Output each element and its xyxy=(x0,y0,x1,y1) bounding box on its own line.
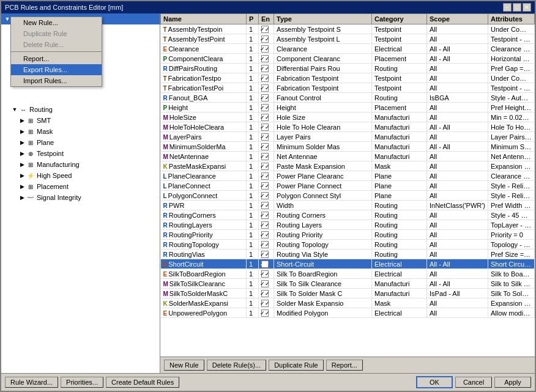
enable-checkbox[interactable]: ✓ xyxy=(261,75,269,82)
col-header-attrs[interactable]: Attributes xyxy=(488,14,535,24)
enable-checkbox[interactable]: ✓ xyxy=(261,212,269,219)
col-header-en[interactable]: En xyxy=(259,14,274,24)
new-rule-button[interactable]: New Rule xyxy=(164,360,204,371)
enable-checkbox[interactable]: ✓ xyxy=(261,261,269,268)
cancel-button[interactable]: Cancel xyxy=(455,377,492,388)
table-row[interactable]: KPasteMaskExpansi 1 ✓ Paste Mask Expansi… xyxy=(161,161,535,171)
tree-smt[interactable]: ▶ ⊞ SMT xyxy=(1,115,160,126)
enable-checkbox[interactable]: ✓ xyxy=(261,280,269,287)
menu-export-rules[interactable]: Export Rules... xyxy=(11,64,102,75)
enable-checkbox[interactable]: ✓ xyxy=(261,133,269,141)
tree-testpoint[interactable]: ▶ ⊕ Testpoint xyxy=(1,148,160,159)
enable-checkbox[interactable]: ✓ xyxy=(261,143,269,150)
enable-checkbox[interactable]: ✓ xyxy=(261,270,269,278)
apply-button[interactable]: Apply xyxy=(494,377,531,388)
enable-checkbox[interactable]: ✓ xyxy=(261,94,269,102)
enable-checkbox[interactable]: ✓ xyxy=(261,35,269,43)
enable-checkbox[interactable]: ✓ xyxy=(261,153,269,160)
enable-checkbox[interactable]: ✓ xyxy=(261,163,269,170)
col-header-type[interactable]: Type xyxy=(274,14,372,24)
rule-wizard-button[interactable]: Rule Wizard... xyxy=(5,377,58,388)
table-row[interactable]: RRoutingTopology 1 ✓ Routing Topology Ro… xyxy=(161,240,535,250)
expand-plane: ▶ xyxy=(18,139,26,146)
table-row[interactable]: MNetAntennae 1 ✓ Net Antennae Manufactur… xyxy=(161,152,535,161)
enable-checkbox[interactable]: ✓ xyxy=(261,231,269,239)
table-row[interactable]: RDiffPairsRouting 1 ✓ Differential Pairs… xyxy=(161,64,535,73)
enable-checkbox[interactable]: ✓ xyxy=(261,65,269,72)
table-row[interactable]: EShortCircuit 1 ✓ Short-Circuit Electric… xyxy=(161,259,535,269)
col-header-scope[interactable]: Scope xyxy=(427,14,488,24)
table-row[interactable]: TAssemblyTestPoint 1 ✓ Assembly Testpoin… xyxy=(161,34,535,44)
tree-routing[interactable]: ▼ ↔ Routing xyxy=(1,104,160,115)
enable-checkbox[interactable]: ✓ xyxy=(261,124,269,131)
enable-checkbox[interactable]: ✓ xyxy=(261,251,269,258)
table-row[interactable]: MSilkToSilkClearanc 1 ✓ Silk To Silk Cle… xyxy=(161,279,535,289)
table-row[interactable]: LPolygonConnect 1 ✓ Polygon Connect Styl… xyxy=(161,191,535,201)
table-row[interactable]: EUnpoweredPolygon 1 ✓ Modified Polygon E… xyxy=(161,308,535,318)
duplicate-rule-button[interactable]: Duplicate Rule xyxy=(269,360,324,371)
ok-button[interactable]: OK xyxy=(416,376,453,388)
close-button[interactable]: ✕ xyxy=(523,3,531,12)
table-row[interactable]: RRoutingVias 1 ✓ Routing Via Style Routi… xyxy=(161,250,535,259)
table-row[interactable]: RPWR 1 ✓ Width Routing InNetClass('PWR')… xyxy=(161,201,535,210)
tree-mask[interactable]: ▶ ⊞ Mask xyxy=(1,126,160,137)
table-row[interactable]: LPlaneClearance 1 ✓ Power Plane Clearanc… xyxy=(161,171,535,181)
enable-checkbox[interactable]: ✓ xyxy=(261,309,269,317)
table-row[interactable]: RRoutingCorners 1 ✓ Routing Corners Rout… xyxy=(161,210,535,220)
menu-report[interactable]: Report... xyxy=(11,53,102,64)
table-row[interactable]: KSolderMaskExpansi 1 ✓ Solder Mask Expan… xyxy=(161,298,535,308)
table-row[interactable]: LPlaneConnect 1 ✓ Power Plane Connect Pl… xyxy=(161,181,535,191)
cell-scope: All xyxy=(427,308,488,318)
priorities-button[interactable]: Priorities... xyxy=(61,377,103,388)
bottom-buttons-bar: New Rule Delete Rule(s)... Duplicate Rul… xyxy=(160,357,535,373)
tree-manufacturing[interactable]: ▶ ⊞ Manufacturing xyxy=(1,159,160,170)
table-row[interactable]: MHoleToHoleCleara 1 ✓ Hole To Hole Clear… xyxy=(161,122,535,132)
cell-p: 1 xyxy=(247,161,259,171)
enable-checkbox[interactable]: ✓ xyxy=(261,182,269,190)
table-row[interactable]: ESilkToBoardRegion 1 ✓ Silk To BoardRegi… xyxy=(161,269,535,279)
rules-table-container[interactable]: Name P En Type Category Scope Attributes… xyxy=(160,13,535,357)
table-row[interactable]: MLayerPairs 1 ✓ Layer Pairs Manufacturi … xyxy=(161,132,535,142)
report-button[interactable]: Report... xyxy=(326,360,363,371)
enable-checkbox[interactable]: ✓ xyxy=(261,241,269,248)
table-row[interactable]: TAssemblyTestpoin 1 ✓ Assembly Testpoint… xyxy=(161,24,535,34)
col-header-category[interactable]: Category xyxy=(372,14,427,24)
enable-checkbox[interactable]: ✓ xyxy=(261,104,269,111)
col-header-name[interactable]: Name xyxy=(161,14,247,24)
menu-new-rule[interactable]: New Rule... xyxy=(11,17,102,28)
table-row[interactable]: EClearance 1 ✓ Clearance Electrical All … xyxy=(161,44,535,54)
tree-highspeed[interactable]: ▶ ⚡ High Speed xyxy=(1,170,160,181)
enable-checkbox[interactable]: ✓ xyxy=(261,55,269,62)
enable-checkbox[interactable]: ✓ xyxy=(261,26,269,33)
table-row[interactable]: RRoutingLayers 1 ✓ Routing Layers Routin… xyxy=(161,220,535,230)
enable-checkbox[interactable]: ✓ xyxy=(261,172,269,180)
table-row[interactable]: RRoutingPriority 1 ✓ Routing Priority Ro… xyxy=(161,230,535,240)
cell-attrs: Net Antennae Toleran xyxy=(488,152,535,161)
delete-rules-button[interactable]: Delete Rule(s)... xyxy=(207,360,266,371)
table-row[interactable]: TFabricationTestpo 1 ✓ Fabrication Testp… xyxy=(161,73,535,83)
enable-checkbox[interactable]: ✓ xyxy=(261,221,269,229)
table-row[interactable]: RFanout_BGA 1 ✓ Fanout Control Routing I… xyxy=(161,93,535,103)
tree-signalintegrity[interactable]: ▶ 〰 Signal Integrity xyxy=(1,192,160,203)
col-header-p[interactable]: P xyxy=(247,14,259,24)
enable-checkbox[interactable]: ✓ xyxy=(261,84,269,92)
tree-placement[interactable]: ▶ ⊞ Placement xyxy=(1,181,160,192)
cell-category: Routing xyxy=(372,201,427,210)
enable-checkbox[interactable]: ✓ xyxy=(261,290,269,297)
minimize-button[interactable]: − xyxy=(503,3,512,12)
enable-checkbox[interactable]: ✓ xyxy=(261,45,269,53)
menu-import-rules[interactable]: Import Rules... xyxy=(11,75,102,86)
tree-plane[interactable]: ▶ ⊞ Plane xyxy=(1,137,160,148)
maximize-button[interactable]: □ xyxy=(513,3,521,12)
table-row[interactable]: PHeight 1 ✓ Height Placement All Pref He… xyxy=(161,103,535,113)
table-row[interactable]: TFabricationTestPoi 1 ✓ Fabrication Test… xyxy=(161,83,535,93)
enable-checkbox[interactable]: ✓ xyxy=(261,192,269,199)
create-default-button[interactable]: Create Default Rules xyxy=(106,377,179,388)
table-row[interactable]: MSilkToSolderMaskC 1 ✓ Silk To Solder Ma… xyxy=(161,289,535,298)
table-row[interactable]: PComponentCleara 1 ✓ Component Clearanc … xyxy=(161,54,535,64)
enable-checkbox[interactable]: ✓ xyxy=(261,300,269,307)
table-row[interactable]: MMinimumSolderMa 1 ✓ Minimum Solder Mas … xyxy=(161,142,535,152)
table-row[interactable]: MHoleSize 1 ✓ Hole Size Manufacturi All … xyxy=(161,113,535,122)
enable-checkbox[interactable]: ✓ xyxy=(261,202,269,209)
enable-checkbox[interactable]: ✓ xyxy=(261,114,269,121)
